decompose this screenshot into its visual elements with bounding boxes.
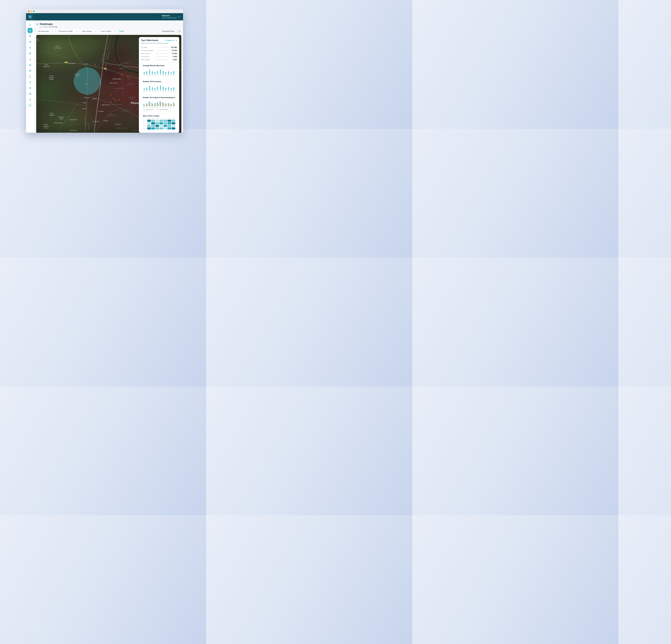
heat-point-dot[interactable] bbox=[95, 64, 96, 65]
badge-icon bbox=[29, 46, 31, 49]
heat-point-dot[interactable] bbox=[101, 67, 102, 68]
selection-radius-circle[interactable] bbox=[74, 68, 101, 94]
sidebar-item-bank[interactable] bbox=[28, 51, 33, 56]
heatmap-cell bbox=[160, 125, 163, 127]
map-label: Toul Leab bbox=[84, 97, 89, 99]
chevron-down-icon bbox=[178, 16, 180, 17]
heat-point-dot[interactable] bbox=[129, 78, 130, 79]
export-all-button[interactable]: Export All bbox=[164, 39, 174, 41]
sidebar-item-exchange[interactable] bbox=[28, 80, 33, 85]
map-label: Pngang bbox=[92, 98, 97, 100]
heatmap-cell bbox=[163, 125, 167, 127]
card-title: Average Bill per Merchant bbox=[143, 65, 175, 66]
month-label: Apr bbox=[151, 75, 154, 76]
remember-filters-label: Remember filters bbox=[162, 30, 175, 32]
legend-item: Returning Buyers bbox=[156, 109, 168, 110]
radius-handle-dot[interactable] bbox=[87, 94, 88, 94]
sidebar-item-customers[interactable] bbox=[28, 86, 33, 90]
unique-buyers-bar bbox=[170, 104, 171, 106]
radius-handle-dot[interactable] bbox=[87, 67, 88, 68]
sidebar-item-basket[interactable] bbox=[28, 63, 33, 67]
heat-point-dot[interactable] bbox=[119, 100, 120, 100]
chart-bar bbox=[157, 71, 158, 74]
merchant-row: CK Shopping Mall 25.14K bbox=[141, 49, 177, 52]
heat-point-dot[interactable] bbox=[115, 100, 116, 101]
reset-filters-button[interactable]: Reset bbox=[119, 30, 124, 32]
window-close-button[interactable] bbox=[28, 11, 29, 12]
chart-bar bbox=[147, 71, 147, 74]
heatmap-cell bbox=[167, 125, 171, 127]
remember-filters-toggle[interactable] bbox=[177, 30, 181, 32]
merchant-bar bbox=[156, 53, 168, 54]
heat-point-dot[interactable] bbox=[113, 98, 114, 99]
sidebar-item-growth[interactable] bbox=[28, 103, 33, 108]
window-zoom-button[interactable] bbox=[33, 11, 35, 12]
returning-buyers-bar bbox=[152, 104, 153, 106]
heatmaps-icon bbox=[36, 23, 39, 25]
month-label: Aug bbox=[162, 75, 164, 76]
heat-point-dot[interactable] bbox=[106, 65, 106, 66]
credit-card-icon bbox=[29, 69, 31, 72]
user-menu[interactable]: Veasna K. Head of Digital Design bbox=[162, 13, 183, 21]
month-label: May bbox=[154, 91, 156, 92]
merchant-bar bbox=[156, 56, 168, 57]
month-label: Feb bbox=[145, 91, 148, 92]
filter-dropdown-2[interactable]: Transaction Number bbox=[56, 29, 79, 33]
month-label: Jan bbox=[143, 91, 145, 92]
sidebar-item-heatmaps[interactable] bbox=[28, 28, 33, 33]
filter-dropdown-3[interactable]: Sales Volume bbox=[80, 29, 98, 33]
month-label: Oct bbox=[167, 75, 170, 76]
heat-point-dot[interactable] bbox=[111, 102, 112, 103]
chevron-down-icon bbox=[76, 31, 77, 32]
heatmap-cell bbox=[167, 127, 171, 129]
heatmap-cell bbox=[147, 127, 151, 129]
unique-buyers-bar bbox=[143, 104, 144, 106]
card-title: Number Of Purchases bbox=[143, 80, 175, 82]
close-panel-button[interactable]: ✕ bbox=[175, 39, 177, 41]
filter-dropdown-1[interactable]: Non Merchants bbox=[36, 29, 55, 33]
month-label: Sep bbox=[164, 107, 167, 108]
sidebar-item-badge[interactable] bbox=[28, 45, 33, 50]
users-icon bbox=[29, 87, 31, 89]
month-label: Aug bbox=[162, 107, 164, 108]
month-label: Jan bbox=[143, 75, 145, 76]
buyers-chart: JanFebMarAprMayJunJulAugSepOctNovDec bbox=[143, 100, 175, 108]
sidebar-item-target[interactable] bbox=[28, 34, 33, 39]
merchant-name: Tariff Toe Spa bbox=[141, 53, 156, 54]
sidebar-item-payments[interactable] bbox=[28, 91, 33, 96]
heat-point-dot[interactable] bbox=[111, 94, 112, 95]
chart-bar bbox=[155, 72, 155, 74]
sidebar-item-home[interactable] bbox=[28, 22, 33, 27]
merchant-row: Cellie Clothes 4.24K bbox=[141, 58, 177, 61]
hamburger-menu-button[interactable] bbox=[28, 14, 32, 19]
month-label: May bbox=[154, 75, 156, 76]
radius-handle-dot[interactable] bbox=[74, 81, 75, 81]
map-label: Ta Pich bbox=[84, 63, 89, 65]
heat-point-dot[interactable] bbox=[127, 76, 128, 77]
heatmap-cell bbox=[151, 127, 155, 129]
month-label: Apr bbox=[151, 107, 154, 108]
sidebar-item-portfolio[interactable] bbox=[28, 39, 33, 44]
radius-handle-dot[interactable] bbox=[100, 81, 101, 81]
merchant-value: 212.28K bbox=[169, 47, 177, 48]
map-label: Khum Chan Saen bbox=[43, 64, 50, 67]
chart-bar bbox=[152, 87, 153, 90]
filter-dropdown-4[interactable]: Last 6 months bbox=[99, 29, 117, 33]
window-minimize-button[interactable] bbox=[30, 11, 32, 12]
sidebar-item-funds[interactable] bbox=[28, 57, 33, 62]
chart-bar bbox=[157, 87, 158, 90]
filter-bar: Non MerchantsTransaction NumberSales Vol… bbox=[34, 29, 183, 35]
heat-point-dot[interactable] bbox=[106, 69, 107, 70]
target-icon bbox=[29, 35, 31, 37]
unique-buyers-bar bbox=[152, 103, 152, 106]
sidebar-item-cards[interactable] bbox=[28, 68, 33, 73]
map-label: Khum Damnak Reang bbox=[49, 75, 54, 80]
heatmap-cell bbox=[160, 127, 163, 129]
heat-point-dot[interactable] bbox=[121, 75, 122, 76]
sidebar-item-mobile[interactable] bbox=[28, 74, 33, 79]
returning-buyers-bar bbox=[174, 103, 175, 106]
map-label: Khum Trapeang Kong bbox=[43, 124, 49, 129]
heatmap-cell bbox=[151, 120, 155, 122]
sidebar-item-temperature[interactable] bbox=[28, 97, 33, 102]
chart-bar bbox=[149, 86, 150, 90]
